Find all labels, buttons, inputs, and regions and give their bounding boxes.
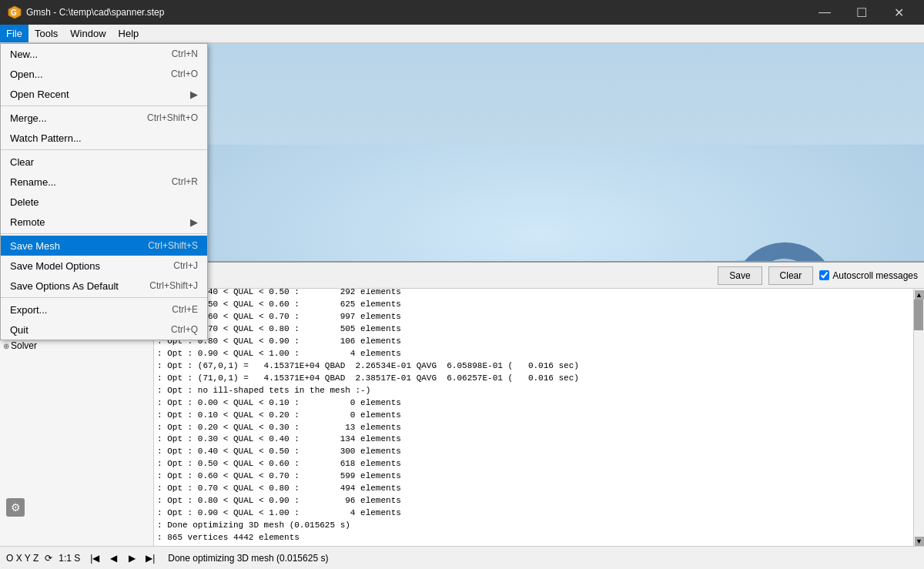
statusbar-message: Done optimizing 3D mesh (0.015625 s)	[168, 553, 918, 564]
console-line: : Opt : 0.10 < QUAL < 0.20 : 0 elements	[157, 410, 910, 422]
menu-item-rename[interactable]: Rename... Ctrl+R	[1, 172, 207, 192]
console-line: : Done optimizing 3D mesh (0.015625 s)	[157, 520, 910, 532]
nav-prev-button[interactable]: ◀	[105, 550, 122, 567]
scroll-down-button[interactable]: ▼	[915, 537, 924, 546]
app-icon: G	[8, 5, 22, 19]
console-line: : Opt : 0.20 < QUAL < 0.30 : 13 elements	[157, 422, 910, 434]
console-panel: Save Clear Autoscroll messages : 0 point…	[154, 261, 924, 546]
scroll-thumb[interactable]	[914, 300, 923, 330]
menu-tools[interactable]: Tools	[28, 25, 64, 42]
console-line: : Opt : 0.90 < QUAL < 1.00 : 4 elements	[157, 507, 910, 520]
menu-window[interactable]: Window	[64, 25, 112, 42]
console-line: : Opt : 0.70 < QUAL < 0.80 : 494 element…	[157, 483, 910, 495]
console-line: : Opt : 0.50 < QUAL < 0.60 : 625 element…	[157, 299, 910, 311]
window-controls[interactable]: — ☐ ✕	[807, 0, 916, 25]
sidebar-item-solver[interactable]: ⊕ Solver	[0, 339, 153, 353]
menu-item-clear[interactable]: Clear	[1, 152, 207, 172]
menu-item-remote[interactable]: Remote ▶	[1, 212, 207, 232]
console-line: : Opt : 0.70 < QUAL < 0.80 : 505 element…	[157, 323, 910, 336]
window-title: Gmsh - C:\temp\cad\spanner.step	[26, 7, 807, 18]
console-line: : Opt : 0.80 < QUAL < 0.90 : 106 element…	[157, 336, 910, 348]
scroll-track	[914, 300, 924, 537]
menu-item-watch-pattern[interactable]: Watch Pattern...	[1, 128, 207, 148]
statusbar-scale-icon: ⟳	[45, 553, 52, 564]
menu-item-open[interactable]: Open... Ctrl+O	[1, 64, 207, 84]
solver-label: Solver	[11, 340, 37, 351]
nav-first-button[interactable]: |◀	[86, 550, 103, 567]
console-line: : Opt : (67,0,1) = 4.15371E+04 QBAD 2.26…	[157, 360, 910, 373]
console-save-button[interactable]: Save	[718, 266, 762, 285]
menu-separator-4	[1, 297, 207, 298]
console-line: : Opt : no ill-shaped tets in the mesh :…	[157, 385, 910, 397]
autoscroll-checkbox-group: Autoscroll messages	[819, 270, 918, 281]
menu-item-save-options-default[interactable]: Save Options As Default Ctrl+Shift+J	[1, 276, 207, 296]
file-dropdown-menu: New... Ctrl+N Open... Ctrl+O Open Recent…	[0, 43, 208, 340]
console-line: : 865 vertices 4442 elements	[157, 532, 910, 544]
maximize-button[interactable]: ☐	[844, 0, 879, 25]
sidebar-bottom: ⚙	[3, 492, 28, 523]
titlebar: G Gmsh - C:\temp\cad\spanner.step — ☐ ✕	[0, 0, 924, 25]
console-scrollbar[interactable]: ▲ ▼	[913, 289, 924, 546]
console-line: : Opt : 0.90 < QUAL < 1.00 : 4 elements	[157, 348, 910, 360]
console-line: : Opt : 0.60 < QUAL < 0.70 : 997 element…	[157, 311, 910, 323]
menu-item-save-mesh[interactable]: Save Mesh Ctrl+Shift+S	[1, 236, 207, 256]
menu-item-merge[interactable]: Merge... Ctrl+Shift+O	[1, 108, 207, 128]
console-line: : Opt : 0.50 < QUAL < 0.60 : 618 element…	[157, 458, 910, 470]
autoscroll-checkbox[interactable]	[819, 270, 829, 280]
menu-item-open-recent[interactable]: Open Recent ▶	[1, 84, 207, 104]
statusbar-nav-buttons: |◀ ◀ ▶ ▶|	[86, 550, 159, 567]
menu-help[interactable]: Help	[112, 25, 146, 42]
svg-text:G: G	[11, 8, 17, 17]
statusbar: O X Y Z ⟳ 1:1 S |◀ ◀ ▶ ▶| Done optimizin…	[0, 546, 924, 569]
menubar: File Tools Window Help	[0, 25, 924, 43]
console-line: : Opt : 0.40 < QUAL < 0.50 : 292 element…	[157, 289, 910, 299]
console-line: : Opt : 0.60 < QUAL < 0.70 : 599 element…	[157, 470, 910, 483]
viewport[interactable]: Z Y X Save Clear Autoscroll messages	[154, 43, 924, 546]
menu-item-delete[interactable]: Delete	[1, 192, 207, 212]
console-body: : 0 points created - Worst tet radius is…	[154, 289, 924, 546]
console-line: : Opt : 0.80 < QUAL < 0.90 : 96 elements	[157, 495, 910, 507]
statusbar-coords: O X Y Z	[6, 553, 38, 564]
minimize-button[interactable]: —	[807, 0, 842, 25]
menu-item-save-model-options[interactable]: Save Model Options Ctrl+J	[1, 256, 207, 276]
settings-button[interactable]: ⚙	[6, 498, 25, 517]
menu-file[interactable]: File	[0, 25, 28, 42]
console-output[interactable]: : 0 points created - Worst tet radius is…	[154, 289, 913, 546]
console-clear-button[interactable]: Clear	[768, 266, 814, 285]
scroll-up-button[interactable]: ▲	[915, 290, 924, 300]
menu-item-export[interactable]: Export... Ctrl+E	[1, 300, 207, 320]
console-toolbar: Save Clear Autoscroll messages	[154, 263, 924, 289]
menu-item-quit[interactable]: Quit Ctrl+Q	[1, 320, 207, 340]
console-line: : Opt : (71,0,1) = 4.15371E+04 QBAD 2.38…	[157, 373, 910, 385]
menu-separator-1	[1, 105, 207, 106]
close-button[interactable]: ✕	[881, 0, 916, 25]
nav-last-button[interactable]: ▶|	[142, 550, 159, 567]
menu-separator-2	[1, 149, 207, 150]
console-line: : Opt : 0.40 < QUAL < 0.50 : 300 element…	[157, 446, 910, 458]
menu-item-new[interactable]: New... Ctrl+N	[1, 44, 207, 64]
statusbar-scale: 1:1 S	[59, 553, 80, 564]
nav-next-button[interactable]: ▶	[123, 550, 140, 567]
console-line: : Opt : 0.30 < QUAL < 0.40 : 134 element…	[157, 433, 910, 446]
console-line: : Opt : 0.00 < QUAL < 0.10 : 0 elements	[157, 397, 910, 410]
menu-separator-3	[1, 233, 207, 234]
expand-solver-icon: ⊕	[3, 342, 9, 350]
autoscroll-label: Autoscroll messages	[832, 270, 918, 281]
